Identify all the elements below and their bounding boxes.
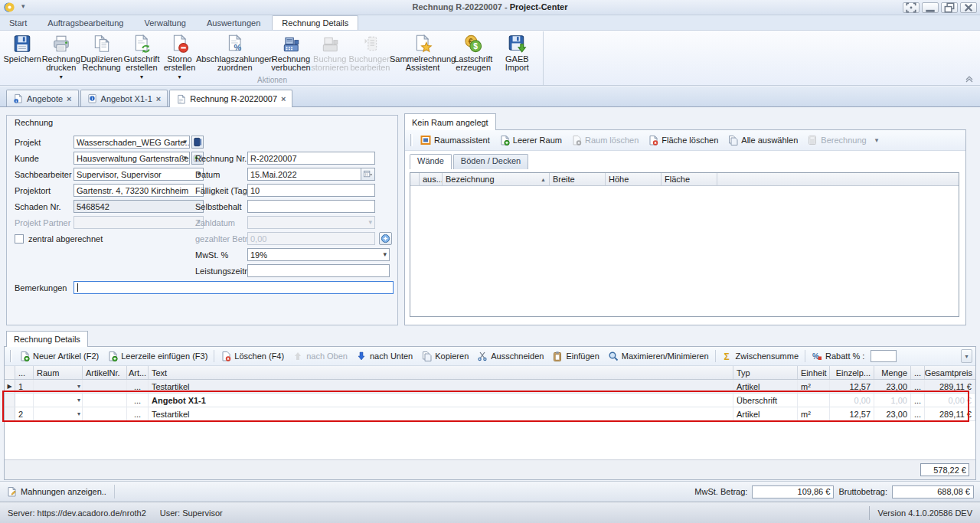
chevron-down-icon[interactable]: ▾ (383, 250, 387, 258)
col-text[interactable]: Text (149, 366, 733, 379)
article-picker-button[interactable]: ... (127, 394, 149, 407)
doc-tab-angebote[interactable]: Angebote × (6, 90, 79, 106)
chevron-down-icon[interactable]: ▾ (183, 154, 187, 162)
col-typ[interactable]: Typ (733, 366, 798, 379)
print-invoice-button[interactable]: Rechnung drucken ▾ (41, 33, 80, 82)
mwst-combo[interactable]: 19%▾ (247, 248, 390, 261)
restore-button[interactable] (941, 2, 958, 13)
tab-boeden-decken[interactable]: Böden / Decken (453, 154, 528, 169)
ribbon-tab-auftragsbearbeitung[interactable]: Auftragsbearbeitung (38, 16, 132, 31)
projekt-combo[interactable]: Wasserschaden_WEG Garte...▾ (74, 136, 190, 149)
close-button[interactable] (960, 2, 977, 13)
close-tab-icon[interactable]: × (281, 94, 286, 103)
sachbearbeiter-combo[interactable]: Supervisor, Supervisor▾ (74, 168, 204, 181)
copy-button[interactable]: Kopieren (417, 349, 472, 363)
schaden-nr-input[interactable]: 5468542 (74, 200, 204, 213)
paste-button[interactable]: Einfügen (548, 349, 603, 363)
add-payment-button[interactable] (379, 232, 392, 245)
post-invoice-button[interactable]: Rechnung verbuchen (271, 33, 311, 73)
row-more-button[interactable]: ... (911, 380, 925, 393)
faelligkeit-input[interactable]: 10 (247, 184, 375, 197)
leistungszeitraum-input[interactable] (247, 264, 390, 277)
close-tab-icon[interactable]: × (156, 94, 161, 103)
col-menge[interactable]: Menge (874, 366, 911, 379)
row-more-button[interactable]: ... (911, 407, 925, 420)
assign-partial-payments-button[interactable]: % Abschlagszahlungen zuordnen (198, 33, 271, 73)
create-storno-button[interactable]: Storno erstellen ▾ (161, 33, 199, 82)
duplicate-invoice-button[interactable]: Duplizieren Rechnung (80, 33, 122, 73)
ribbon-tab-auswertungen[interactable]: Auswertungen (198, 16, 270, 31)
ribbon-tab-start[interactable]: Start (0, 16, 36, 31)
col-einheit[interactable]: Einheit (798, 366, 830, 379)
raum-combo-cell[interactable]: ▾ (34, 380, 83, 393)
raum-combo-cell[interactable]: ▾ (34, 407, 83, 420)
col-more[interactable]: ... (911, 366, 925, 379)
room-col-selector[interactable] (410, 173, 420, 185)
projektort-input[interactable]: Gartenstr. 4, 73230 Kirchheim (74, 184, 204, 197)
ribbon-collapse-icon[interactable] (965, 75, 974, 83)
kunde-combo[interactable]: Hausverwaltung Gartenstraße▾ (74, 152, 190, 165)
cut-button[interactable]: Ausschneiden (473, 349, 547, 363)
close-tab-icon[interactable]: × (67, 94, 71, 103)
create-credit-note-button[interactable]: Gutschrift erstellen ▾ (122, 33, 161, 82)
save-button[interactable]: Speichern (3, 33, 41, 64)
article-picker-button[interactable]: ... (127, 407, 149, 420)
article-picker-button[interactable]: ... (127, 380, 149, 393)
insert-blank-line-button[interactable]: Leerzeile einfügen (F3) (103, 349, 211, 363)
bemerkungen-input[interactable] (74, 281, 394, 294)
select-all-button[interactable]: Alle auswählen (724, 133, 802, 147)
rechnung-nr-input[interactable]: R-20220007 (247, 152, 375, 165)
move-down-button[interactable]: nach Unten (352, 349, 416, 363)
ribbon-tab-verwaltung[interactable]: Verwaltung (135, 16, 194, 31)
show-dunning-button[interactable]: Mahnungen anzeigen.. (6, 486, 106, 497)
col-raum[interactable]: Raum (34, 366, 83, 379)
raum-combo-cell[interactable]: ▾ (34, 394, 83, 407)
room-col-flaeche[interactable]: Fläche (662, 173, 717, 185)
room-col-bezeichnung[interactable]: Bezeichnung▲ (443, 173, 550, 185)
col-selector[interactable] (5, 366, 15, 379)
collective-invoice-wizard-button[interactable]: Sammelrechnung Assistent (391, 33, 454, 73)
doc-tab-rechnung-r-20220007[interactable]: Rechnung R-20220007 × (169, 90, 292, 107)
details-tab[interactable]: Rechnung Details (6, 331, 88, 347)
room-col-aus[interactable]: aus... (420, 173, 443, 185)
room-wizard-button[interactable]: Raumassistent (416, 133, 494, 147)
date-picker-button[interactable] (361, 168, 375, 181)
fullscreen-button[interactable] (903, 2, 920, 13)
empty-room-button[interactable]: Leerer Raum (495, 133, 566, 147)
col-artikelnr[interactable]: ArtikelNr. (83, 366, 127, 379)
room-col-hoehe[interactable]: Höhe (606, 173, 662, 185)
maximize-minimize-button[interactable]: Maximieren/Minimieren (604, 349, 713, 363)
col-art[interactable]: Art... (127, 366, 149, 379)
doc-tab-angebot-x1-1[interactable]: Angebot X1-1 × (80, 90, 168, 106)
toolbar-dropdown-icon[interactable]: ▾ (872, 136, 882, 144)
ribbon-tab-rechnung-details[interactable]: Rechnung Details (272, 15, 358, 30)
chevron-down-icon[interactable]: ▾ (77, 397, 80, 404)
chevron-down-icon[interactable]: ▾ (183, 138, 187, 145)
selbstbehalt-input[interactable] (247, 200, 375, 213)
table-row[interactable]: ▶ 1 ▾ ... Testartikel Artikel m² 12,57 2… (5, 380, 975, 394)
new-article-button[interactable]: Neuer Artikel (F2) (15, 349, 103, 363)
rabatt-input[interactable] (871, 350, 897, 362)
minimize-button[interactable] (922, 2, 939, 13)
table-row[interactable]: 2 ▾ ... Testartikel Artikel m² 12,57 23,… (5, 407, 975, 421)
tab-waende[interactable]: Wände (410, 154, 452, 169)
col-einzelpreis[interactable]: Einzelp... (830, 366, 874, 379)
col-gesamtpreis[interactable]: Gesamtpreis (925, 366, 975, 379)
room-col-breite[interactable]: Breite (550, 173, 606, 185)
gaeb-import-button[interactable]: GAEB Import (493, 33, 541, 73)
add-line-icon (107, 351, 118, 361)
room-panel-tab[interactable]: Kein Raum angelegt (404, 113, 496, 130)
delete-area-button[interactable]: Fläche löschen (644, 133, 722, 147)
row-more-button[interactable]: ... (911, 394, 925, 407)
subtotal-button[interactable]: ΣZwischensumme (718, 349, 803, 363)
col-num[interactable]: ... (15, 366, 34, 379)
table-row[interactable]: ▾ ... Angebot X1-1 Überschrift 0,00 1,00… (5, 394, 975, 407)
create-direct-debit-button[interactable]: €$ Lastschrift erzeugen (454, 33, 493, 73)
datum-input[interactable]: 15.Mai.2022 (247, 168, 375, 181)
toolbar-overflow-button[interactable]: ▾ (961, 349, 972, 363)
chevron-down-icon[interactable]: ▾ (77, 410, 80, 417)
delete-row-button[interactable]: Löschen (F4) (217, 349, 288, 363)
chevron-down-icon[interactable]: ▾ (77, 383, 80, 390)
zentral-abgerechnet-checkbox[interactable] (15, 234, 24, 244)
open-project-button[interactable] (191, 136, 204, 149)
